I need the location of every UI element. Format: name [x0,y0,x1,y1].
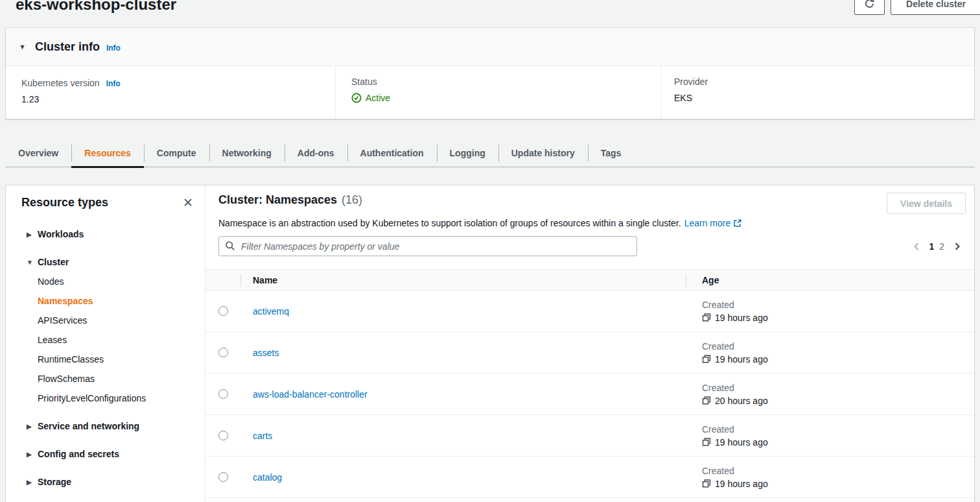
row-radio-button[interactable] [218,348,228,357]
chevron-right-icon: ▶ [27,451,38,458]
age-value: 19 hours ago [715,437,768,448]
copy-icon[interactable] [702,479,711,488]
sidebar-group-label: Service and networking [38,421,139,431]
age-value: 19 hours ago [715,479,768,489]
namespace-link[interactable]: assets [253,348,279,358]
sidebar-group-workloads[interactable]: ▶Workloads [27,224,205,244]
close-icon[interactable]: ✕ [183,197,193,209]
row-radio-button[interactable] [218,472,228,482]
table-row: carts Created 19 hours ago [205,415,974,457]
age-value: 20 hours ago [715,396,768,406]
sidebar-group-label: Storage [38,477,71,487]
kubernetes-version-label: Kubernetes version [21,78,100,88]
external-link-icon [733,219,742,228]
status-value: Active [366,93,390,103]
pagination: 1 2 [908,239,965,254]
age-value: 19 hours ago [715,354,768,365]
refresh-button[interactable] [854,0,885,15]
resource-tree: ▶Workloads▼ClusterNodesNamespacesAPIServ… [6,209,205,492]
created-label: Created [702,300,974,310]
namespace-link[interactable]: carts [253,431,272,441]
learn-more-link[interactable]: Learn more [684,218,743,228]
kubernetes-version-info-link[interactable]: Info [106,79,121,88]
tab-logging[interactable]: Logging [437,139,498,167]
copy-icon[interactable] [702,354,711,364]
previous-page-icon[interactable] [908,239,924,254]
sidebar-group-service-and-networking[interactable]: ▶Service and networking [27,416,205,436]
row-radio-button[interactable] [218,431,228,440]
table-header-row: Name Age [205,269,974,291]
view-details-button[interactable]: View details [887,193,966,214]
refresh-icon [864,0,875,9]
chevron-right-icon: ▶ [27,423,38,430]
cluster-info-info-link[interactable]: Info [106,43,121,53]
namespace-link[interactable]: catalog [253,472,282,483]
sidebar-item-namespaces[interactable]: Namespaces [27,291,205,311]
tab-compute[interactable]: Compute [144,139,209,167]
age-cell: Created 19 hours ago [686,300,974,323]
chevron-right-icon: ▶ [27,231,38,238]
provider-value: EKS [674,93,974,103]
content-count: (16) [342,193,362,207]
cluster-info-title: Cluster info [35,40,100,54]
table-row: aws-load-balancer-controller Created 20 … [205,374,974,415]
table-row: catalog Created 19 hours ago [205,457,974,498]
collapse-caret-icon: ▼ [19,43,26,51]
age-cell: Created 19 hours ago [686,341,974,365]
sidebar-group-label: Cluster [38,257,69,267]
age-value: 19 hours ago [715,313,768,323]
table-row: assets Created 19 hours ago [205,332,974,374]
sidebar-title: Resource types [21,196,108,209]
table-row: activemq Created 19 hours ago [205,291,974,332]
row-radio-button[interactable] [218,389,228,399]
age-column-header: Age [686,270,974,290]
sidebar-item-prioritylevelconfigurations[interactable]: PriorityLevelConfigurations [27,388,205,408]
sidebar-group-storage[interactable]: ▶Storage [27,472,205,492]
cluster-info-header[interactable]: ▼ Cluster info Info [6,28,974,66]
created-label: Created [702,466,974,476]
age-cell: Created 20 hours ago [686,383,974,406]
provider-label: Provider [674,77,708,87]
search-icon [225,241,235,251]
tab-authentication[interactable]: Authentication [347,139,437,167]
namespace-link[interactable]: activemq [253,306,289,317]
resources-panel: Resource types ✕ ▶Workloads▼ClusterNodes… [5,185,975,502]
age-cell: Created 19 hours ago [686,424,974,448]
status-badge: Active [351,93,660,103]
tab-overview[interactable]: Overview [5,139,71,167]
sidebar-item-leases[interactable]: Leases [27,330,205,350]
field-provider: Provider EKS [660,66,974,119]
sidebar-item-apiservices[interactable]: APIServices [27,311,205,330]
copy-icon[interactable] [702,437,711,447]
copy-icon[interactable] [702,396,711,405]
sidebar-item-nodes[interactable]: Nodes [27,272,205,291]
created-label: Created [702,424,974,435]
tab-add-ons[interactable]: Add-ons [285,139,347,167]
check-circle-icon [351,93,362,103]
page-title: eks-workshop-cluster [16,0,176,14]
sidebar-group-cluster[interactable]: ▼Cluster [27,252,205,272]
copy-icon[interactable] [702,313,711,322]
namespaces-content: Cluster: Namespaces (16) View details Na… [205,185,974,502]
sidebar-item-flowschemas[interactable]: FlowSchemas [27,369,205,388]
cluster-info-card: ▼ Cluster info Info Kubernetes version I… [5,27,975,119]
kubernetes-version-value: 1.23 [21,94,335,104]
next-page-icon[interactable] [950,239,965,254]
content-title: Cluster: Namespaces [218,193,337,207]
sidebar-item-runtimeclasses[interactable]: RuntimeClasses [27,350,205,369]
sidebar-group-config-and-secrets[interactable]: ▶Config and secrets [27,444,205,464]
created-label: Created [702,383,974,393]
page-number-2[interactable]: 2 [939,241,944,252]
page-number-1[interactable]: 1 [929,241,934,252]
tab-networking[interactable]: Networking [209,139,285,167]
tab-resources[interactable]: Resources [71,139,144,167]
delete-cluster-button[interactable]: Delete cluster [891,0,980,15]
created-label: Created [702,341,974,352]
tab-tags[interactable]: Tags [588,139,635,167]
row-radio-button[interactable] [218,306,228,316]
tab-update-history[interactable]: Update history [498,139,588,167]
namespace-link[interactable]: aws-load-balancer-controller [253,389,368,400]
filter-input[interactable] [218,236,637,256]
tabs: OverviewResourcesComputeNetworkingAdd-on… [5,139,975,167]
field-status: Status Active [335,66,660,119]
